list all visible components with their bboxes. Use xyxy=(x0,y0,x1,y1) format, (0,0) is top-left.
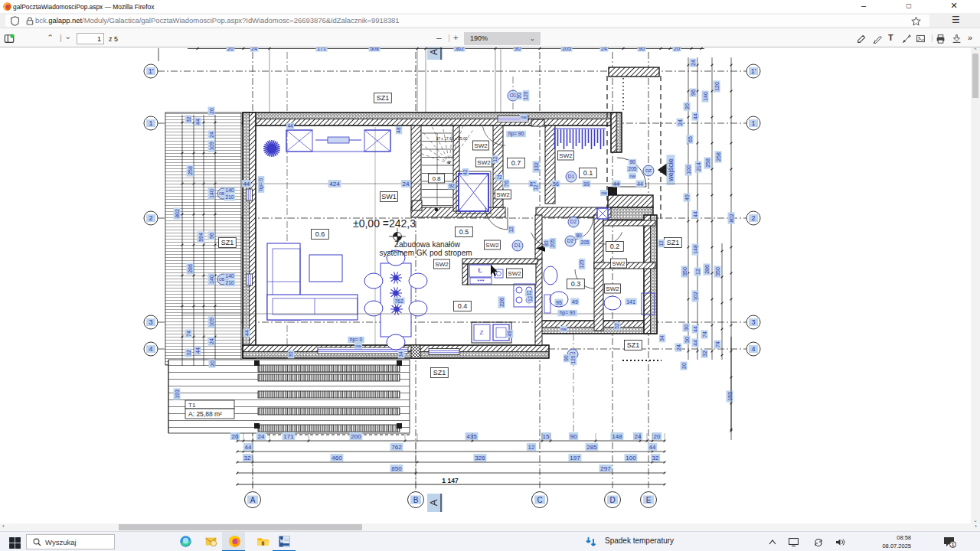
svg-text:SZ1: SZ1 xyxy=(221,239,234,246)
svg-text:210: 210 xyxy=(226,194,234,200)
svg-text:594: 594 xyxy=(198,233,204,242)
svg-text:435: 435 xyxy=(466,433,477,440)
svg-text:20: 20 xyxy=(227,47,234,51)
svg-text:52: 52 xyxy=(614,323,619,329)
svg-text:44: 44 xyxy=(693,326,698,332)
svg-text:C: C xyxy=(537,496,542,504)
svg-text:A: A xyxy=(428,499,439,506)
svg-text:148: 148 xyxy=(612,433,622,440)
svg-text:34: 34 xyxy=(398,351,403,357)
svg-text:4: 4 xyxy=(149,345,152,353)
svg-text:99: 99 xyxy=(583,181,590,187)
svg-text:44: 44 xyxy=(244,330,250,336)
svg-text:SZ1: SZ1 xyxy=(667,239,680,246)
svg-text:D2: D2 xyxy=(567,238,574,243)
svg-text:0.4: 0.4 xyxy=(458,302,468,310)
svg-text:297: 297 xyxy=(600,465,611,472)
svg-text:90: 90 xyxy=(564,355,569,361)
svg-text:132: 132 xyxy=(534,162,539,171)
svg-text:109: 109 xyxy=(209,318,214,327)
svg-text:44: 44 xyxy=(693,340,698,346)
svg-text:4: 4 xyxy=(751,345,755,353)
svg-text:802: 802 xyxy=(175,209,180,218)
svg-text:hp= 0: hp= 0 xyxy=(258,178,264,191)
svg-text:24: 24 xyxy=(403,181,410,187)
svg-text:1': 1' xyxy=(751,67,756,75)
svg-text:nw: nw xyxy=(629,174,635,178)
svg-text:49: 49 xyxy=(572,299,578,305)
svg-text:20: 20 xyxy=(681,363,687,369)
svg-text:0.1: 0.1 xyxy=(583,169,593,177)
svg-text:90: 90 xyxy=(639,47,645,51)
svg-text:109: 109 xyxy=(209,142,214,151)
svg-text:SW2: SW2 xyxy=(435,261,449,268)
svg-text:1': 1' xyxy=(149,67,154,75)
svg-text:SW2: SW2 xyxy=(559,152,573,159)
svg-text:258: 258 xyxy=(705,158,710,168)
svg-text:20: 20 xyxy=(684,103,690,109)
svg-text:0.2: 0.2 xyxy=(610,243,620,250)
svg-text:hp= 90: hp= 90 xyxy=(560,310,575,316)
svg-text:65: 65 xyxy=(688,136,693,142)
svg-text:wejście: wejście xyxy=(667,158,675,182)
svg-text:systemem GK pod stropem: systemem GK pod stropem xyxy=(379,249,472,257)
svg-text:140: 140 xyxy=(703,92,708,101)
svg-text:1: 1 xyxy=(751,119,755,127)
svg-text:95: 95 xyxy=(556,300,562,305)
svg-text:90: 90 xyxy=(629,159,635,165)
svg-text:44: 44 xyxy=(195,347,201,354)
svg-text:197: 197 xyxy=(570,455,580,461)
svg-text:20: 20 xyxy=(210,360,215,367)
svg-text:125: 125 xyxy=(579,259,584,268)
svg-text:148: 148 xyxy=(693,245,698,254)
svg-text:42: 42 xyxy=(462,169,468,175)
svg-text:424: 424 xyxy=(329,181,340,187)
svg-text:hp= 90: hp= 90 xyxy=(508,131,524,137)
svg-text:30: 30 xyxy=(288,351,293,357)
svg-text:SZ1: SZ1 xyxy=(627,341,640,349)
svg-text:A: 25,88 m²: A: 25,88 m² xyxy=(188,410,222,418)
svg-text:44: 44 xyxy=(693,113,698,119)
svg-text:20: 20 xyxy=(232,433,239,440)
svg-text:0.3: 0.3 xyxy=(571,280,581,288)
svg-text:24: 24 xyxy=(678,119,683,126)
svg-text:205: 205 xyxy=(629,166,637,171)
svg-text:72: 72 xyxy=(496,174,502,180)
svg-text:286: 286 xyxy=(704,265,710,274)
svg-text:1 147: 1 147 xyxy=(442,477,459,484)
svg-text:171: 171 xyxy=(317,47,326,51)
svg-text:24: 24 xyxy=(258,433,265,440)
svg-text:Z: Z xyxy=(480,329,484,336)
svg-text:0.6: 0.6 xyxy=(315,230,325,238)
svg-text:200: 200 xyxy=(351,433,361,440)
svg-text:1: 1 xyxy=(951,541,954,548)
svg-text:24: 24 xyxy=(691,60,696,66)
svg-text:24: 24 xyxy=(251,47,257,51)
svg-text:49: 49 xyxy=(507,331,512,337)
svg-text:100: 100 xyxy=(686,165,691,174)
svg-text:nw: nw xyxy=(601,191,607,195)
svg-text:SW2: SW2 xyxy=(477,159,491,166)
svg-text:141: 141 xyxy=(626,299,635,305)
svg-text:24: 24 xyxy=(209,132,214,138)
svg-text:286: 286 xyxy=(188,264,193,273)
svg-text:20: 20 xyxy=(654,433,661,440)
svg-text:32: 32 xyxy=(186,350,191,356)
svg-text:74: 74 xyxy=(186,331,191,337)
svg-text:D2: D2 xyxy=(570,219,577,224)
svg-text:D1: D1 xyxy=(514,243,521,248)
svg-text:A: A xyxy=(429,49,439,55)
svg-text:44: 44 xyxy=(637,181,643,187)
svg-text:96: 96 xyxy=(209,233,214,239)
svg-text:32: 32 xyxy=(186,116,191,122)
svg-text:193: 193 xyxy=(727,392,733,401)
svg-text:0.5: 0.5 xyxy=(459,228,469,236)
svg-text:80: 80 xyxy=(576,233,582,238)
svg-text:2: 2 xyxy=(149,214,152,222)
svg-text:SW2: SW2 xyxy=(485,242,499,249)
svg-text:12: 12 xyxy=(492,156,498,162)
svg-text:120: 120 xyxy=(570,355,576,364)
svg-text:74: 74 xyxy=(715,341,720,347)
svg-text:100: 100 xyxy=(626,455,636,461)
svg-text:74: 74 xyxy=(702,331,707,337)
